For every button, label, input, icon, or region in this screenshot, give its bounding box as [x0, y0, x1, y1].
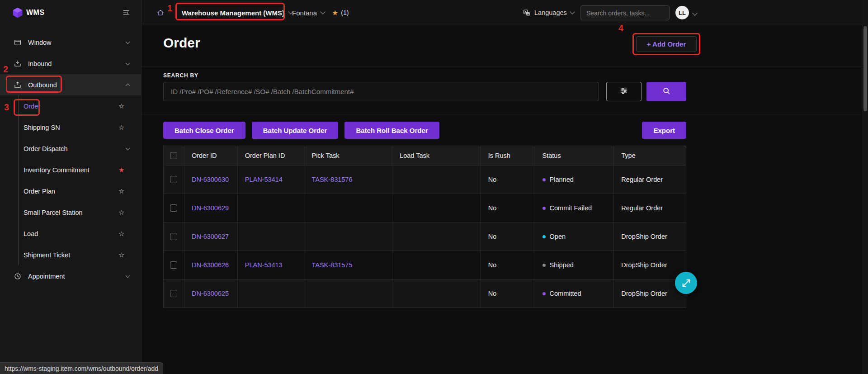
row-checkbox[interactable] — [170, 261, 177, 269]
home-icon[interactable] — [156, 9, 165, 17]
status-dot-icon — [542, 235, 546, 238]
app-logo-icon — [12, 7, 24, 19]
sidebar-item-appointment[interactable]: Appointment — [0, 265, 141, 287]
chevron-down-icon — [320, 9, 325, 14]
user-avatar[interactable]: LL — [675, 6, 689, 19]
favorite-star-icon[interactable]: ☆ — [118, 251, 124, 259]
order-id-link[interactable]: DN-6300625 — [184, 279, 238, 308]
facility-selector[interactable]: Fontana — [292, 0, 325, 25]
annotation-number-4: 4 — [618, 23, 623, 33]
favorite-star-filled-icon[interactable]: ★ — [118, 166, 124, 174]
order-plan-id-link[interactable]: PLAN-53413 — [238, 251, 305, 279]
sidebar-item-order[interactable]: Order☆ — [0, 95, 141, 117]
workspace-selector[interactable]: Warehouse Management (WMS) — [182, 0, 292, 25]
menu-fold-icon[interactable] — [122, 9, 130, 17]
sidebar-item-shipping-sn[interactable]: Shipping SN☆ — [0, 117, 141, 138]
pick-task-link[interactable]: TASK-831576 — [304, 166, 392, 194]
type-cell: DropShip Order — [614, 223, 686, 251]
type-cell: Regular Order — [614, 166, 686, 194]
subtree-guide-line — [18, 95, 19, 265]
page-header: Order + Add Order — [142, 25, 868, 66]
chevron-down-icon — [126, 146, 130, 150]
sidebar-item-label: Load — [24, 230, 38, 237]
search-button[interactable] — [646, 82, 686, 101]
sidebar-item-inbound[interactable]: Inbound — [0, 53, 141, 74]
status-cell: Committed — [535, 279, 614, 308]
topbar: Warehouse Management (WMS) Fontana ★ (1)… — [142, 0, 868, 25]
sidebar: WMS WindowInboundOutboundOrder☆Shipping … — [0, 0, 142, 374]
row-checkbox[interactable] — [170, 290, 177, 297]
row-checkbox[interactable] — [170, 204, 177, 212]
status-cell: Open — [535, 223, 614, 251]
type-cell: DropShip Order — [614, 251, 686, 279]
table-row: DN-6300630PLAN-53414TASK-831576NoPlanned… — [164, 165, 686, 194]
order-plan-id-link[interactable]: PLAN-53414 — [238, 166, 305, 194]
is-rush-cell: No — [481, 194, 535, 222]
pick-task-link — [304, 223, 392, 251]
row-select-cell — [164, 251, 184, 279]
row-checkbox[interactable] — [170, 233, 177, 240]
main-content: Order + Add Order SEARCH BY Batch Close … — [142, 25, 868, 374]
search-by-label: SEARCH BY — [163, 72, 198, 79]
favorite-star-icon[interactable]: ☆ — [118, 230, 124, 238]
column-header-is-rush: Is Rush — [481, 146, 535, 165]
order-plan-id-link — [238, 279, 305, 308]
row-checkbox[interactable] — [170, 176, 177, 183]
select-all-checkbox[interactable] — [170, 152, 177, 159]
row-select-cell — [164, 194, 184, 222]
order-id-link[interactable]: DN-6300626 — [184, 251, 238, 279]
sidebar-item-window[interactable]: Window — [0, 32, 141, 53]
sidebar-item-outbound[interactable]: Outbound — [0, 74, 141, 95]
sidebar-item-label: Small Parcel Station — [24, 209, 83, 216]
type-cell: Regular Order — [614, 194, 686, 222]
sidebar-item-order-plan[interactable]: Order Plan☆ — [0, 180, 141, 202]
table-row: DN-6300626PLAN-53413TASK-831575NoShipped… — [164, 251, 686, 279]
inbound-icon — [14, 60, 22, 68]
facility-selector-label: Fontana — [292, 9, 317, 17]
sidebar-item-label: Order — [24, 103, 40, 110]
order-id-link[interactable]: DN-6300630 — [184, 166, 238, 194]
annotation-number-2: 2 — [3, 64, 8, 75]
chevron-down-icon — [126, 39, 130, 44]
status-cell: Shipped — [535, 251, 614, 279]
batch-close-order-button[interactable]: Batch Close Order — [163, 122, 245, 139]
favorite-star-icon[interactable]: ☆ — [118, 123, 124, 132]
status-dot-icon — [542, 178, 546, 181]
languages-selector[interactable]: Languages — [523, 0, 574, 25]
favorite-star-icon[interactable]: ☆ — [118, 208, 124, 217]
order-search-input[interactable] — [163, 82, 599, 101]
filter-button[interactable] — [606, 82, 642, 101]
pick-task-link[interactable]: TASK-831575 — [304, 251, 392, 279]
sidebar-item-order-dispatch[interactable]: Order Dispatch — [0, 138, 141, 159]
table-body: DN-6300630PLAN-53414TASK-831576NoPlanned… — [164, 165, 686, 308]
load-task-cell — [392, 223, 481, 251]
batch-update-order-button[interactable]: Batch Update Order — [252, 122, 339, 139]
favorites-indicator[interactable]: ★ (1) — [332, 0, 349, 25]
sidebar-item-label: Inbound — [28, 60, 52, 67]
app-name: WMS — [26, 9, 45, 17]
global-search-input[interactable] — [580, 5, 670, 20]
sidebar-item-inventory-commitment[interactable]: Inventory Commitment★ — [0, 159, 141, 180]
order-id-link[interactable]: DN-6300629 — [184, 194, 238, 222]
sidebar-item-small-parcel-station[interactable]: Small Parcel Station☆ — [0, 202, 141, 223]
chevron-down-icon — [570, 9, 575, 14]
page-scrollbar[interactable] — [862, 0, 868, 374]
add-order-button[interactable]: + Add Order — [636, 36, 697, 52]
sidebar-item-load[interactable]: Load☆ — [0, 223, 141, 244]
sidebar-item-shipment-ticket[interactable]: Shipment Ticket☆ — [0, 244, 141, 265]
export-button[interactable]: Export — [642, 122, 686, 139]
batch-roll-back-order-button[interactable]: Batch Roll Back Order — [344, 122, 439, 139]
scrollbar-thumb[interactable] — [863, 26, 867, 111]
order-id-link[interactable]: DN-6300627 — [184, 223, 238, 251]
chevron-down-icon — [126, 273, 130, 278]
sidebar-item-label: Shipment Ticket — [24, 251, 70, 259]
chevron-down-icon[interactable] — [692, 10, 697, 15]
search-section: SEARCH BY — [142, 66, 868, 113]
favorite-star-icon[interactable]: ☆ — [118, 187, 124, 195]
page-title: Order — [163, 35, 200, 51]
favorite-star-icon[interactable]: ☆ — [118, 102, 124, 110]
expand-fab-button[interactable] — [675, 272, 697, 294]
column-header-load-task: Load Task — [392, 146, 481, 165]
sidebar-item-label: Window — [28, 39, 52, 46]
chevron-down-icon — [126, 61, 130, 65]
